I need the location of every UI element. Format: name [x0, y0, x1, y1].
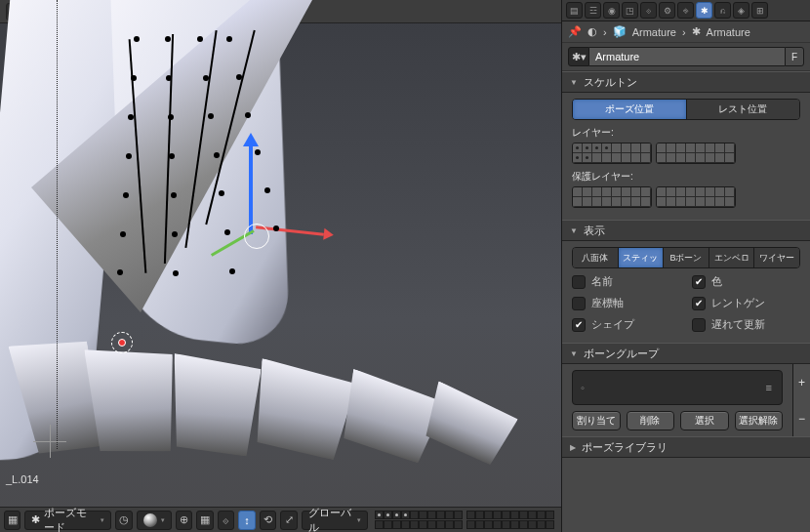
bone-joint[interactable] [117, 269, 123, 275]
bone-joint[interactable] [128, 114, 134, 120]
orientation-label: グローバル [308, 506, 353, 533]
sphere-icon: ◐ [587, 25, 597, 38]
shape-checkbox[interactable] [572, 318, 586, 332]
position-segment: ポーズ位置 レスト位置 [572, 99, 800, 120]
rest-position-button[interactable]: レスト位置 [687, 100, 800, 119]
armature-layers[interactable] [572, 143, 800, 164]
tab-data-icon[interactable]: ⎆ [677, 2, 694, 19]
orientation-dropdown[interactable]: グローバル▾ [302, 511, 368, 530]
breadcrumb-item[interactable]: Armature [707, 26, 750, 38]
bone-joint[interactable] [203, 75, 209, 81]
view-menu-icon[interactable]: ◷ [115, 511, 132, 530]
bone-joint[interactable] [165, 36, 171, 42]
protected-layers[interactable] [572, 186, 800, 208]
display-octa-button[interactable]: 八面体 [573, 248, 619, 267]
mode-label: ポーズモード [44, 506, 97, 533]
tab-modifier-icon[interactable]: ⚙ [659, 2, 675, 19]
select-button[interactable]: 選択 [680, 411, 729, 430]
armature-icon[interactable]: ✱▾ [568, 47, 589, 66]
tab-armature-icon[interactable]: ✱ [696, 2, 712, 19]
panel-header-bone-groups[interactable]: ▼ボーングループ [562, 343, 810, 364]
protected-layer-label: 保護レイヤー: [572, 170, 800, 184]
color-checkbox[interactable] [692, 275, 706, 289]
bone-joint[interactable] [172, 231, 178, 237]
manipulator-scale-icon[interactable]: ⤢ [280, 511, 297, 530]
tab-bone-icon[interactable]: ⎌ [714, 2, 731, 19]
delay-checkbox[interactable] [692, 318, 706, 332]
assign-button[interactable]: 割り当て [572, 411, 621, 430]
manipulator-rotate-icon[interactable]: ⟲ [260, 511, 276, 530]
editor-type-icon[interactable]: ▦ [4, 511, 20, 530]
panel-header-display[interactable]: ▼表示 [562, 220, 810, 241]
cursor-3d[interactable] [111, 332, 133, 353]
bone-dotted-link [57, 0, 58, 449]
gizmo-z-arrow[interactable] [249, 146, 253, 234]
lock-icon[interactable]: ⟐ [218, 511, 234, 530]
bone-joint[interactable] [197, 36, 203, 42]
breadcrumb-item[interactable]: Armature [632, 26, 676, 38]
tab-object-icon[interactable]: ◳ [622, 2, 638, 19]
bone-joint[interactable] [236, 74, 242, 80]
pose-position-button[interactable]: ポーズ位置 [573, 100, 687, 119]
bone-joint[interactable] [173, 270, 179, 276]
tab-render-icon[interactable]: ▤ [566, 2, 583, 19]
display-bbone-button[interactable]: Bボーン [664, 248, 709, 267]
pin-icon[interactable]: 📌 [568, 25, 582, 38]
bone-group-list[interactable]: ◦ ≡ [572, 370, 783, 405]
bone-joint[interactable] [226, 36, 232, 42]
bone-joint[interactable] [245, 112, 251, 118]
bone-joint[interactable] [255, 149, 261, 155]
mode-dropdown[interactable]: ✱ ポーズモード ▾ [24, 511, 111, 530]
panel-header-pose-library[interactable]: ▶ポーズライブラリ [562, 436, 810, 458]
bone-joint[interactable] [168, 114, 174, 120]
fake-user-button[interactable]: F [785, 47, 804, 66]
footer-layer-grid[interactable] [375, 511, 557, 529]
bone-joint[interactable] [120, 231, 126, 237]
remove-group-button[interactable]: − [793, 400, 810, 436]
pivot-icon[interactable]: ⊕ [176, 511, 192, 530]
axes-checkbox[interactable] [572, 297, 586, 310]
cube-icon: 🧊 [613, 25, 627, 38]
bone-joint[interactable] [264, 187, 270, 193]
gizmo-center-circle[interactable] [244, 224, 269, 249]
pivot-dropdown[interactable]: ▾ [137, 511, 172, 530]
bone-joint[interactable] [229, 268, 235, 274]
bone-joint[interactable] [219, 190, 224, 196]
bone-joint[interactable] [208, 113, 214, 119]
deselect-button[interactable]: 選択解除 [735, 411, 784, 430]
viewport-3d[interactable]: ≡ _L.014 ▦ ✱ ポーズモード ▾ ◷ ▾ ⊕ ▦ ⟐ ↕ ⟲ ⤢ グ [0, 0, 561, 532]
bone-joint[interactable] [123, 192, 129, 198]
xray-checkbox[interactable] [692, 297, 706, 310]
armature-name-input[interactable] [589, 47, 785, 66]
bone-joint[interactable] [134, 36, 140, 42]
tab-constraint-icon[interactable]: ⟐ [640, 2, 657, 19]
bone-joint[interactable] [166, 75, 172, 81]
world-origin [39, 430, 61, 452]
display-type-segment: 八面体 スティッ Bボーン エンベロ ワイヤー [572, 247, 800, 268]
properties-tabs: ▤ ☲ ◉ ◳ ⟐ ⚙ ⎆ ✱ ⎌ ◈ ⊞ [562, 0, 810, 21]
manipulator-translate-icon[interactable]: ↕ [238, 511, 255, 530]
tab-physics-icon[interactable]: ◈ [733, 2, 749, 19]
bone-joint[interactable] [214, 152, 220, 158]
display-envelope-button[interactable]: エンベロ [709, 248, 755, 267]
bone-joint[interactable] [126, 153, 132, 159]
tab-material-icon[interactable]: ⊞ [751, 2, 768, 19]
display-stick-button[interactable]: スティッ [619, 248, 665, 267]
drag-handle-icon[interactable]: ≡ [766, 382, 774, 393]
overlay-icon[interactable]: ▦ [196, 511, 213, 530]
shading-sphere-icon [143, 513, 157, 527]
bone-joint[interactable] [224, 229, 230, 235]
name-checkbox[interactable] [572, 275, 586, 289]
chevron-down-icon: ▾ [101, 516, 104, 524]
remove-button[interactable]: 削除 [627, 411, 675, 430]
display-wire-button[interactable]: ワイヤー [754, 248, 799, 267]
bone-joint[interactable] [171, 192, 177, 198]
bone-joint[interactable] [131, 75, 137, 81]
tab-scene-icon[interactable]: ☲ [585, 2, 601, 19]
bone-joint[interactable] [273, 225, 279, 231]
panel-header-skeleton[interactable]: ▼スケルトン [562, 71, 810, 93]
tab-world-icon[interactable]: ◉ [603, 2, 620, 19]
add-group-button[interactable]: + [793, 364, 810, 400]
bone-joint[interactable] [169, 153, 175, 159]
layer-label: レイヤー: [572, 126, 800, 140]
